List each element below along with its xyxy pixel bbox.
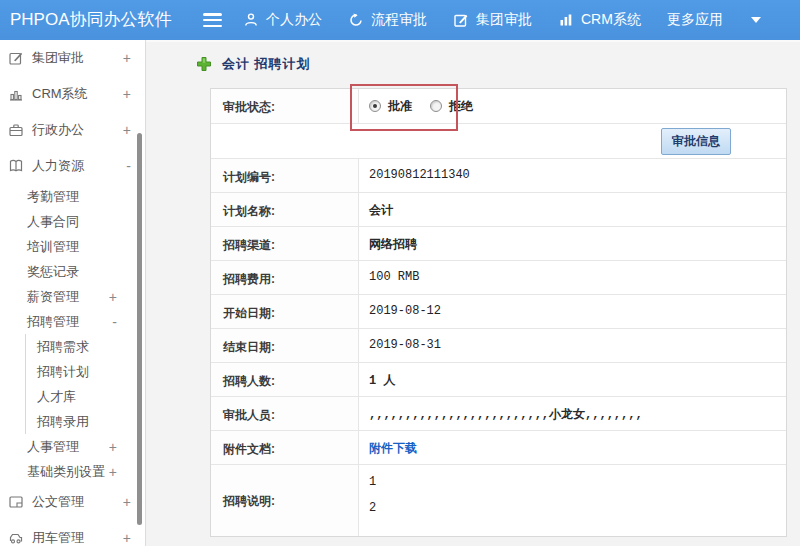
- sidebar-item-group-approval[interactable]: 集团审批 +: [0, 40, 145, 76]
- radio-approve[interactable]: [369, 100, 381, 112]
- recruitment-plan-form: 审批状态: 批准 拒绝 审批信息 计划编号: 20190812111340 计划…: [210, 88, 787, 537]
- page-title-row: 会计 招聘计划: [196, 55, 311, 73]
- sidebar-item-recruitment-plan[interactable]: 招聘计划: [25, 359, 145, 384]
- field-value: 2019-08-12: [359, 295, 786, 328]
- radio-reject-label[interactable]: 拒绝: [449, 98, 473, 115]
- more-apps-caret[interactable]: [749, 17, 761, 23]
- collapse-toggle[interactable]: -: [126, 158, 131, 174]
- sidebar-label: 人事管理: [27, 438, 79, 456]
- nav-personal-office[interactable]: 个人办公: [243, 11, 322, 29]
- book-icon: [8, 158, 24, 174]
- nav-label: CRM系统: [581, 11, 641, 29]
- field-value: 网络招聘: [359, 227, 786, 260]
- sidebar-label: 人才库: [37, 388, 76, 406]
- nav-label: 更多应用: [667, 11, 723, 29]
- sidebar-label: 集团审批: [32, 49, 84, 67]
- app-logo: PHPOA协同办公软件: [10, 0, 172, 40]
- sidebar-item-vehicle-mgmt[interactable]: 用车管理 +: [0, 520, 145, 546]
- expand-toggle[interactable]: +: [109, 464, 117, 480]
- field-label: 审批人员:: [211, 397, 359, 430]
- field-label: 审批状态:: [211, 89, 359, 123]
- expand-toggle[interactable]: +: [123, 122, 131, 138]
- form-row-cost: 招聘费用: 100 RMB: [211, 261, 786, 295]
- nav-label: 集团审批: [476, 11, 532, 29]
- field-label: 招聘人数:: [211, 363, 359, 396]
- plus-icon: [196, 56, 212, 72]
- field-label: 开始日期:: [211, 295, 359, 328]
- edit-icon: [8, 50, 24, 66]
- field-value: 会计: [359, 193, 786, 226]
- field-label: 计划名称:: [211, 193, 359, 226]
- sidebar-label: 奖惩记录: [27, 263, 79, 281]
- sidebar-item-talent-pool[interactable]: 人才库: [25, 384, 145, 409]
- approval-status-options: 批准 拒绝: [359, 89, 786, 123]
- sidebar-item-personnel-mgmt[interactable]: 人事管理 +: [0, 434, 145, 459]
- sidebar-label: 公文管理: [32, 493, 84, 511]
- expand-toggle[interactable]: +: [123, 494, 131, 510]
- sidebar-item-hr-contract[interactable]: 人事合同: [0, 209, 145, 234]
- attachment-download-link[interactable]: 附件下载: [369, 442, 417, 456]
- sidebar-scrollbar[interactable]: [137, 133, 142, 525]
- briefcase-icon: [8, 122, 24, 138]
- nav-group-approval[interactable]: 集团审批: [453, 11, 532, 29]
- form-row-headcount: 招聘人数: 1 人: [211, 363, 786, 397]
- field-label: 招聘说明:: [211, 465, 359, 536]
- bar-chart-icon: [8, 86, 24, 102]
- field-label: 计划编号:: [211, 159, 359, 192]
- sidebar-label: 招聘计划: [37, 363, 89, 381]
- approval-button-row: 审批信息: [211, 124, 786, 159]
- expand-toggle[interactable]: +: [109, 289, 117, 305]
- field-value: 20190812111340: [359, 159, 786, 192]
- expand-toggle[interactable]: +: [123, 86, 131, 102]
- sidebar-item-base-category[interactable]: 基础类别设置 +: [0, 459, 145, 484]
- nav-label: 个人办公: [266, 11, 322, 29]
- field-label: 招聘渠道:: [211, 227, 359, 260]
- form-row-channel: 招聘渠道: 网络招聘: [211, 227, 786, 261]
- sidebar-label: 薪资管理: [27, 288, 79, 306]
- sidebar-item-training[interactable]: 培训管理: [0, 234, 145, 259]
- sidebar-item-rewards[interactable]: 奖惩记录: [0, 259, 145, 284]
- sidebar-item-admin-office[interactable]: 行政办公 +: [0, 112, 145, 148]
- sidebar-item-salary[interactable]: 薪资管理 +: [0, 284, 145, 309]
- field-value: 100 RMB: [359, 261, 786, 294]
- nav-more-apps[interactable]: 更多应用: [667, 11, 723, 29]
- field-value: ,,,,,,,,,,,,,,,,,,,,,,,,,小龙女,,,,,,,,: [359, 397, 786, 430]
- sidebar-label: 培训管理: [27, 238, 79, 256]
- form-row-start-date: 开始日期: 2019-08-12: [211, 295, 786, 329]
- edit-icon: [453, 12, 469, 28]
- sidebar: 集团审批 + CRM系统 + 行政办公 + 人力资源 - 考勤管理 人事合同 培…: [0, 40, 146, 546]
- sidebar-label: 招聘需求: [37, 338, 89, 356]
- sidebar-item-recruitment-demand[interactable]: 招聘需求: [25, 334, 145, 359]
- expand-toggle[interactable]: +: [123, 50, 131, 66]
- expand-toggle[interactable]: +: [123, 530, 131, 546]
- sidebar-item-human-resources[interactable]: 人力资源 -: [0, 148, 145, 184]
- nav-process-approval[interactable]: 流程审批: [348, 11, 427, 29]
- field-label: 附件文档:: [211, 431, 359, 464]
- sidebar-item-recruitment-hiring[interactable]: 招聘录用: [25, 409, 145, 434]
- sidebar-label: 招聘录用: [37, 413, 89, 431]
- radio-approve-label[interactable]: 批准: [388, 98, 412, 115]
- nav-crm-system[interactable]: CRM系统: [558, 11, 641, 29]
- expand-toggle[interactable]: +: [109, 439, 117, 455]
- form-row-plan-name: 计划名称: 会计: [211, 193, 786, 227]
- sidebar-item-crm[interactable]: CRM系统 +: [0, 76, 145, 112]
- sidebar-label: 招聘管理: [27, 313, 79, 331]
- radio-reject[interactable]: [430, 100, 442, 112]
- sidebar-label: 人力资源: [32, 157, 84, 175]
- top-nav: 个人办公 流程审批 集团审批 CRM系统 更多应用: [243, 0, 761, 40]
- form-row-description: 招聘说明: 1 2: [211, 465, 786, 536]
- sidebar-item-document-mgmt[interactable]: 公文管理 +: [0, 484, 145, 520]
- approval-info-button[interactable]: 审批信息: [661, 128, 731, 155]
- description-line-1: 1: [369, 469, 786, 495]
- sidebar-label: 人事合同: [27, 213, 79, 231]
- sidebar-item-attendance[interactable]: 考勤管理: [0, 184, 145, 209]
- hamburger-menu-icon[interactable]: [203, 13, 222, 27]
- field-value: 1 人: [359, 363, 786, 396]
- car-icon: [8, 530, 24, 546]
- field-value: 2019-08-31: [359, 329, 786, 362]
- sidebar-item-recruitment-mgmt[interactable]: 招聘管理 -: [0, 309, 145, 334]
- page-title: 会计 招聘计划: [222, 55, 311, 73]
- history-icon: [348, 12, 364, 28]
- caret-down-icon: [751, 17, 761, 23]
- collapse-toggle[interactable]: -: [112, 314, 117, 330]
